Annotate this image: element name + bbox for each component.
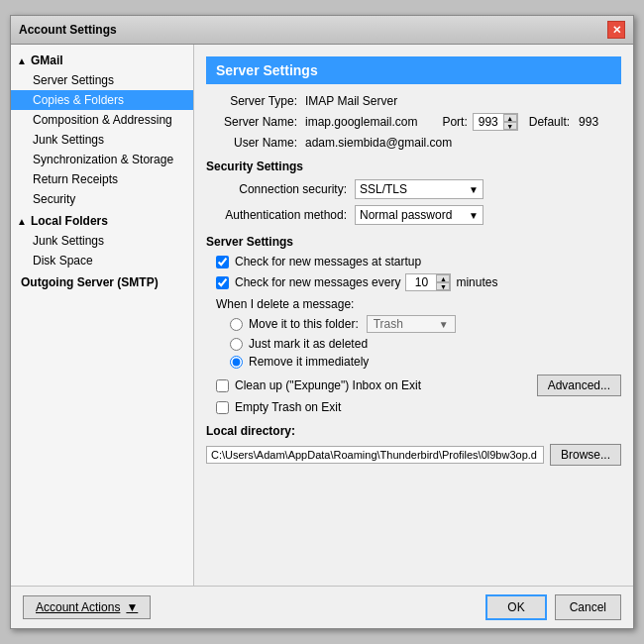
interval-spinner-buttons: ▲ ▼: [436, 274, 450, 290]
move-folder-radio[interactable]: [230, 318, 243, 331]
panel-title: Server Settings: [206, 56, 621, 84]
close-button[interactable]: ✕: [607, 21, 625, 39]
server-type-label: Server Type:: [206, 94, 305, 108]
remove-immediately-label: Remove it immediately: [249, 355, 369, 369]
sidebar-item-security[interactable]: Security: [11, 189, 193, 209]
just-mark-radio[interactable]: [230, 338, 243, 351]
local-dir-input[interactable]: [206, 446, 544, 464]
local-folders-group-header[interactable]: ▲ Local Folders: [11, 211, 193, 231]
folder-name: Trash: [374, 317, 403, 331]
sidebar-item-junk[interactable]: Junk Settings: [11, 130, 193, 150]
advanced-button[interactable]: Advanced...: [537, 375, 621, 396]
gmail-expand-icon: ▲: [17, 55, 27, 66]
account-actions-arrow-icon: ▼: [126, 600, 138, 614]
remove-immediately-radio[interactable]: [230, 356, 243, 369]
auth-method-value: Normal password: [360, 208, 452, 222]
server-type-row: Server Type: IMAP Mail Server: [206, 94, 621, 108]
auth-method-label: Authentication method:: [206, 208, 355, 222]
local-folders-label: Local Folders: [31, 214, 108, 228]
gmail-group-header[interactable]: ▲ GMail: [11, 51, 193, 70]
connection-security-value: SSL/TLS: [360, 182, 407, 196]
check-every-row: Check for new messages every ▲ ▼ minutes: [206, 273, 621, 291]
main-content: ▲ GMail Server Settings Copies & Folders…: [11, 45, 633, 586]
move-folder-row: Move it to this folder: Trash ▼: [206, 315, 621, 333]
check-startup-checkbox[interactable]: [216, 256, 229, 268]
just-mark-label: Just mark it as deleted: [249, 337, 368, 351]
bottom-bar: Account Actions ▼ OK Cancel: [11, 586, 633, 628]
check-startup-label: Check for new messages at startup: [235, 255, 421, 268]
server-type-value: IMAP Mail Server: [305, 94, 397, 108]
sidebar-item-server-settings[interactable]: Server Settings: [11, 70, 193, 90]
sidebar-item-disk-space[interactable]: Disk Space: [11, 251, 193, 270]
gmail-label: GMail: [31, 54, 63, 67]
port-spinner[interactable]: ▲ ▼: [473, 113, 518, 131]
server-name-value: imap.googlemail.com: [305, 115, 417, 129]
interval-spinner[interactable]: ▲ ▼: [405, 273, 451, 291]
outgoing-label: Outgoing Server (SMTP): [21, 275, 159, 289]
outgoing-group: Outgoing Server (SMTP): [11, 272, 193, 292]
auth-method-row: Authentication method: Normal password ▼: [206, 205, 621, 225]
server-name-row: Server Name: imap.googlemail.com Port: ▲…: [206, 113, 621, 131]
outgoing-group-header[interactable]: Outgoing Server (SMTP): [11, 272, 193, 292]
check-every-inline: Check for new messages every ▲ ▼ minutes: [235, 273, 497, 291]
folder-dropdown-arrow: ▼: [439, 319, 449, 330]
port-spinner-buttons: ▲ ▼: [503, 114, 517, 130]
default-label: Default:: [529, 115, 570, 129]
server-settings-title: Server Settings: [206, 235, 621, 249]
delete-message-label: When I delete a message:: [206, 297, 621, 311]
connection-security-row: Connection security: SSL/TLS ▼: [206, 179, 621, 199]
empty-trash-label: Empty Trash on Exit: [235, 400, 341, 414]
connection-security-dropdown[interactable]: SSL/TLS ▼: [355, 179, 483, 199]
local-directory-section: Local directory: Browse...: [206, 424, 621, 466]
account-actions-button[interactable]: Account Actions ▼: [23, 595, 151, 619]
default-value: 993: [579, 115, 598, 129]
auth-method-dropdown[interactable]: Normal password ▼: [355, 205, 483, 225]
sidebar-item-composition[interactable]: Composition & Addressing: [11, 110, 193, 130]
port-input[interactable]: [474, 114, 503, 130]
check-startup-row: Check for new messages at startup: [206, 255, 621, 268]
server-name-port-group: imap.googlemail.com Port: ▲ ▼ Default: 9…: [305, 113, 598, 131]
local-expand-icon: ▲: [17, 216, 27, 227]
title-bar: Account Settings ✕: [11, 16, 633, 45]
server-name-label: Server Name:: [206, 115, 305, 129]
gmail-group: ▲ GMail Server Settings Copies & Folders…: [11, 51, 193, 209]
sidebar-item-copies-folders[interactable]: Copies & Folders: [11, 90, 193, 110]
delete-section: When I delete a message: Move it to this…: [206, 297, 621, 369]
port-up-button[interactable]: ▲: [503, 114, 517, 122]
ok-button[interactable]: OK: [485, 594, 546, 620]
interval-unit: minutes: [456, 275, 497, 289]
folder-dropdown[interactable]: Trash ▼: [367, 315, 456, 333]
local-dir-row: Browse...: [206, 444, 621, 466]
username-label: User Name:: [206, 136, 305, 150]
cleanup-row: Clean up ("Expunge") Inbox on Exit Advan…: [216, 375, 621, 396]
local-folders-group: ▲ Local Folders Junk Settings Disk Space: [11, 211, 193, 270]
cleanup-checkbox[interactable]: [216, 379, 229, 392]
security-settings-title: Security Settings: [206, 160, 621, 173]
browse-button[interactable]: Browse...: [550, 444, 621, 466]
auth-method-arrow: ▼: [469, 210, 479, 221]
window-title: Account Settings: [19, 23, 117, 37]
empty-trash-row: Empty Trash on Exit: [216, 400, 621, 414]
port-label: Port:: [442, 115, 467, 129]
interval-up-button[interactable]: ▲: [436, 274, 450, 282]
just-mark-row: Just mark it as deleted: [206, 337, 621, 351]
sidebar-item-receipts[interactable]: Return Receipts: [11, 169, 193, 189]
empty-trash-checkbox[interactable]: [216, 401, 229, 414]
move-folder-label: Move it to this folder:: [249, 317, 359, 331]
cancel-button[interactable]: Cancel: [555, 594, 621, 620]
interval-input[interactable]: [406, 274, 436, 290]
port-down-button[interactable]: ▼: [503, 122, 517, 130]
check-every-label: Check for new messages every: [235, 275, 400, 289]
username-row: User Name: adam.siembida@gmail.com: [206, 136, 621, 150]
dialog-buttons: OK Cancel: [485, 594, 621, 620]
interval-down-button[interactable]: ▼: [436, 282, 450, 290]
account-settings-window: Account Settings ✕ ▲ GMail Server Settin…: [10, 15, 634, 629]
remove-immediately-row: ➜ Remove it immediately: [206, 355, 621, 369]
username-value: adam.siembida@gmail.com: [305, 136, 452, 150]
empty-trash-inner: Empty Trash on Exit: [216, 400, 341, 414]
check-every-checkbox[interactable]: [216, 276, 229, 289]
sidebar-item-sync[interactable]: Synchronization & Storage: [11, 150, 193, 169]
sidebar-item-local-junk[interactable]: Junk Settings: [11, 231, 193, 251]
cleanup-inner: Clean up ("Expunge") Inbox on Exit: [216, 378, 421, 392]
account-actions-label: Account Actions: [36, 600, 120, 614]
